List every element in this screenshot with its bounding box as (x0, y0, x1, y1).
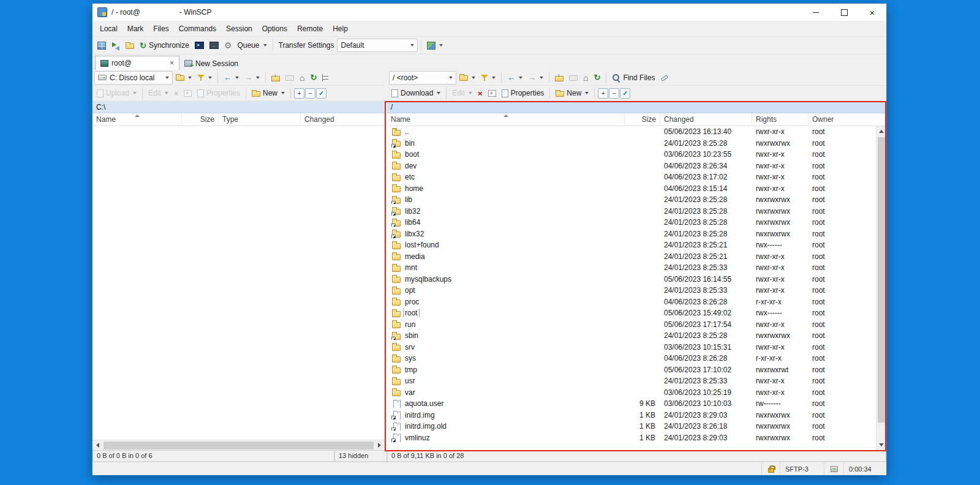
local-edit-button[interactable]: Edit (146, 86, 171, 100)
remote-forward-button[interactable] (526, 70, 546, 85)
remote-open-directory-button[interactable] (457, 70, 478, 85)
file-row[interactable]: libx3224/01/2023 8:25:28rwxrwxrwxroot (387, 228, 876, 240)
local-home-directory-button[interactable] (297, 70, 307, 85)
file-row[interactable]: aquota.user9 KB03/06/2023 10:10:03rw----… (387, 398, 876, 410)
file-row[interactable]: opt24/01/2023 8:25:33rwxr-xr-xroot (387, 285, 876, 296)
file-row[interactable]: run05/06/2023 17:17:54rwxr-xr-xroot (387, 319, 876, 331)
menu-remote[interactable]: Remote (292, 22, 328, 36)
local-header-name[interactable]: Name (92, 113, 182, 126)
file-row[interactable]: lost+found24/01/2023 8:25:21rwx------roo… (387, 239, 876, 251)
upload-button[interactable]: Upload (94, 86, 139, 100)
remote-root-directory-button[interactable] (567, 70, 580, 85)
file-row[interactable]: etc04/06/2023 8:17:02rwxr-xr-xroot (387, 171, 876, 183)
minimize-button[interactable] (802, 4, 830, 21)
file-row[interactable]: lib24/01/2023 8:25:28rwxrwxrwxroot (387, 194, 876, 206)
remote-parent-directory-button[interactable] (552, 70, 566, 85)
local-filter-button[interactable] (195, 70, 214, 85)
local-refresh-button[interactable] (307, 70, 319, 85)
file-row[interactable]: proc04/06/2023 8:26:28r-xr-xr-xroot (387, 296, 876, 308)
menu-local[interactable]: Local (95, 22, 123, 36)
remote-home-directory-button[interactable] (581, 70, 590, 85)
menu-session[interactable]: Session (221, 22, 257, 36)
close-button[interactable] (858, 4, 886, 21)
local-forward-button[interactable] (242, 70, 262, 85)
file-row[interactable]: initrd.img1 KB24/01/2023 8:29:03rwxrwxrw… (387, 410, 876, 421)
compare-directories-button[interactable] (123, 38, 137, 53)
local-parent-directory-button[interactable] (269, 70, 282, 85)
remote-select-remove-button[interactable]: − (609, 88, 619, 99)
remote-file-list[interactable]: ..05/06/2023 16:13:40rwxr-xr-xrootbin24/… (387, 126, 876, 450)
local-rename-button[interactable] (181, 86, 194, 100)
queue-button[interactable]: Queue (235, 38, 270, 53)
local-drive-selector[interactable]: C: Disco local (94, 71, 173, 85)
local-select-add-button[interactable]: + (294, 88, 304, 99)
local-header-changed[interactable]: Changed (301, 113, 385, 126)
tab-session-root[interactable]: root@ (95, 56, 179, 70)
file-row[interactable]: vmlinuz1 KB24/01/2023 8:29:03rwxrwxrwxro… (387, 432, 876, 444)
local-header-size[interactable]: Size (182, 113, 219, 126)
transfer-preset-dropdown[interactable]: Default (337, 39, 418, 52)
remote-edit-button[interactable]: Edit (450, 86, 475, 100)
local-back-button[interactable] (221, 70, 241, 85)
file-row[interactable]: sbin24/01/2023 8:25:28rwxrwxrwxroot (387, 330, 876, 342)
local-horizontal-scrollbar[interactable] (92, 440, 385, 450)
file-row[interactable]: usr24/01/2023 8:25:33rwxr-xr-xroot (387, 375, 876, 387)
scrollbar-thumb[interactable] (878, 137, 886, 423)
menu-mark[interactable]: Mark (123, 22, 149, 36)
maximize-button[interactable] (830, 4, 858, 21)
remote-header-changed[interactable]: Changed (660, 113, 752, 126)
file-row[interactable]: dev04/06/2023 8:26:34rwxr-xr-xroot (387, 160, 876, 172)
remote-back-button[interactable] (505, 70, 525, 85)
local-selection-button[interactable] (316, 88, 326, 99)
file-row[interactable]: tmp05/06/2023 17:10:02rwxrwxrwtroot (387, 364, 876, 376)
remote-path-selector[interactable]: / <root> (389, 71, 456, 85)
file-row[interactable]: boot03/06/2023 10:23:55rwxr-xr-xroot (387, 149, 876, 160)
file-row[interactable]: var03/06/2023 10:25:19rwxr-xr-xroot (387, 387, 876, 399)
find-files-button[interactable]: Find Files (609, 70, 657, 85)
transfer-settings-button[interactable]: Transfer Settings (276, 38, 337, 53)
menu-options[interactable]: Options (257, 22, 292, 36)
tab-new-session[interactable]: New Session (179, 57, 243, 70)
file-row[interactable]: root05/06/2023 15:49:02rwx------root (387, 307, 876, 319)
file-row[interactable]: bin24/01/2023 8:25:28rwxrwxrwxroot (387, 138, 876, 149)
remote-header-size[interactable]: Size (625, 113, 660, 126)
remote-header-rights[interactable]: Rights (752, 113, 809, 126)
scroll-right-button[interactable] (374, 440, 385, 451)
open-terminal-button[interactable] (207, 38, 221, 53)
menu-files[interactable]: Files (148, 22, 173, 36)
remote-header-owner[interactable]: Owner (809, 113, 886, 126)
remote-header-name[interactable]: Name (387, 113, 625, 126)
tab-close-icon[interactable] (170, 59, 174, 67)
file-row[interactable]: mnt24/01/2023 8:25:33rwxr-xr-xroot (387, 262, 876, 274)
scroll-up-button[interactable] (876, 126, 887, 137)
menu-help[interactable]: Help (328, 22, 353, 36)
open-console-button[interactable] (192, 38, 206, 53)
scroll-left-button[interactable] (92, 440, 103, 451)
remote-properties-button[interactable]: Properties (499, 86, 547, 100)
file-row[interactable]: srv03/06/2023 10:15:31rwxr-xr-xroot (387, 342, 876, 353)
local-open-directory-button[interactable] (173, 70, 194, 85)
remote-delete-button[interactable] (475, 86, 485, 100)
file-row[interactable]: ..05/06/2023 16:13:40rwxr-xr-xroot (387, 126, 876, 138)
remote-selection-button[interactable] (620, 88, 630, 99)
remote-select-add-button[interactable]: + (598, 88, 608, 99)
file-row[interactable]: sys04/06/2023 8:26:28r-xr-xr-xroot (387, 353, 876, 364)
scrollbar-thumb[interactable] (104, 442, 374, 449)
remote-path-bar[interactable]: / (387, 101, 886, 113)
synchronize-button[interactable]: Synchronize (137, 38, 192, 53)
scroll-down-button[interactable] (876, 440, 887, 450)
file-row[interactable]: initrd.img.old1 KB24/01/2023 8:26:18rwxr… (387, 421, 876, 432)
remote-follow-link-button[interactable] (658, 70, 671, 85)
remote-vertical-scrollbar[interactable] (876, 126, 886, 450)
file-row[interactable]: lib6424/01/2023 8:25:28rwxrwxrwxroot (387, 217, 876, 228)
toggle-panels-button[interactable] (95, 38, 108, 53)
local-file-list[interactable] (92, 126, 385, 440)
local-properties-button[interactable]: Properties (195, 86, 243, 100)
download-button[interactable]: Download (389, 86, 443, 100)
remote-filter-button[interactable] (478, 70, 498, 85)
preferences-button[interactable] (222, 38, 235, 53)
local-path-bar[interactable]: C:\ (92, 101, 385, 113)
local-tree-button[interactable] (320, 70, 333, 85)
local-select-remove-button[interactable]: − (305, 88, 315, 99)
remote-rename-button[interactable] (486, 86, 499, 100)
